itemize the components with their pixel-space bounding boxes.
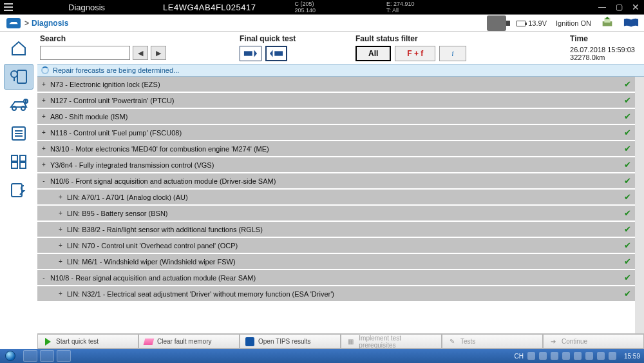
- expand-icon[interactable]: +: [40, 97, 48, 104]
- expand-icon[interactable]: +: [40, 145, 48, 152]
- crumb-sep: >: [24, 19, 29, 28]
- filter-bar: Search ◀ ▶ Final quick test Fault sta: [37, 32, 644, 64]
- status-ok-icon: ✔: [620, 224, 635, 234]
- tray-clock[interactable]: 15:59: [624, 353, 640, 360]
- crumb-diagnosis[interactable]: Diagnosis: [32, 19, 68, 28]
- status-ok-icon: ✔: [620, 112, 635, 121]
- search-input[interactable]: [40, 46, 130, 60]
- tray-icon[interactable]: [609, 352, 616, 360]
- expand-icon[interactable]: +: [40, 113, 48, 120]
- continue-button[interactable]: ➔Continue: [543, 334, 644, 349]
- expand-icon[interactable]: +: [40, 129, 48, 136]
- expand-icon[interactable]: +: [57, 210, 64, 217]
- expand-icon[interactable]: +: [57, 242, 64, 249]
- expand-icon[interactable]: +: [57, 258, 64, 265]
- breadcrumb: > Diagnosis 13.9V Ignition ON: [0, 15, 644, 32]
- taskbar-item[interactable]: [23, 350, 37, 362]
- expand-icon[interactable]: +: [40, 161, 48, 168]
- quick-test-in-button[interactable]: [240, 46, 261, 61]
- quick-test-out-button[interactable]: [265, 46, 287, 61]
- ecu-name: A80 - Shift module (ISM): [50, 113, 620, 121]
- search-prev-button[interactable]: ◀: [133, 46, 148, 60]
- close-icon[interactable]: ✕: [627, 0, 644, 14]
- battery-icon: [516, 21, 526, 26]
- maximize-icon[interactable]: ▢: [611, 0, 627, 14]
- series-info: C (205)205.140: [294, 1, 316, 14]
- windows-orb-icon: [5, 351, 15, 361]
- expand-icon[interactable]: +: [57, 290, 64, 297]
- status-ok-icon: ✔: [620, 95, 635, 105]
- ecu-row[interactable]: -N10/6 - Front signal acquisition and ac…: [37, 173, 635, 190]
- clear-fault-memory-button[interactable]: Clear fault memory: [138, 334, 240, 349]
- start-quick-test-button[interactable]: Start quick test: [37, 334, 138, 349]
- ecu-row[interactable]: +N127 - Control unit 'Powertrain' (PTCU)…: [37, 93, 635, 109]
- svg-rect-13: [12, 155, 17, 161]
- test-prerequisites-button[interactable]: ▦Implement test prerequisites: [341, 334, 442, 349]
- menu-icon[interactable]: [0, 3, 17, 11]
- nav-grid[interactable]: [4, 149, 33, 175]
- ecu-row[interactable]: +LIN: B95 - Battery sensor (BSN)✔: [37, 206, 635, 222]
- filter-i-button[interactable]: i: [439, 46, 466, 61]
- expand-icon[interactable]: -: [40, 177, 48, 184]
- ecu-row[interactable]: +Y3/8n4 - Fully integrated transmission …: [37, 157, 635, 173]
- status-ok-icon: ✔: [620, 128, 635, 137]
- start-button[interactable]: [0, 349, 21, 363]
- ecu-row[interactable]: +LIN: A70/1 - A70/1 (Analog clock) (AU)✔: [37, 190, 635, 206]
- odometer: 32278.0km: [570, 54, 635, 61]
- tray-icon[interactable]: [585, 352, 593, 360]
- print-icon[interactable]: [600, 16, 614, 31]
- ecu-list[interactable]: +N73 - Electronic ignition lock (EZS)✔+N…: [37, 77, 644, 333]
- status-ok-icon: ✔: [620, 79, 635, 89]
- ecu-name: LIN: B95 - Battery sensor (BSN): [67, 210, 620, 217]
- svg-rect-19: [274, 51, 283, 55]
- svg-rect-15: [12, 162, 17, 168]
- nav-tools[interactable]: [4, 177, 33, 203]
- extra-info: E: 274.910T: All: [386, 1, 415, 14]
- expand-icon[interactable]: -: [40, 274, 48, 281]
- ecu-row[interactable]: +LIN: N32/1 - Electrical seat adjustment…: [37, 286, 635, 302]
- tray-icon[interactable]: [539, 352, 547, 360]
- nav-vehicle[interactable]: !: [4, 92, 33, 118]
- ecu-row[interactable]: +N73 - Electronic ignition lock (EZS)✔: [37, 77, 635, 93]
- quick-test-label: Final quick test: [240, 34, 355, 43]
- ecu-name: N10/8 - Rear signal acquisition and actu…: [50, 274, 620, 282]
- timestamp: 26.07.2018 15:59:03: [570, 46, 635, 54]
- ecu-row[interactable]: +LIN: B38/2 - Rain/light sensor with add…: [37, 222, 635, 238]
- tests-button[interactable]: ✎Tests: [442, 334, 543, 349]
- ecu-row[interactable]: +LIN: M6/1 - Windshield wiper (Windshiel…: [37, 254, 635, 270]
- expand-icon[interactable]: +: [40, 81, 48, 88]
- os-taskbar: CH 15:59: [0, 349, 644, 363]
- filter-ff-button[interactable]: F + f: [395, 46, 435, 61]
- ecu-row[interactable]: +LIN: N70 - Control unit 'Overhead contr…: [37, 238, 635, 254]
- spinner-icon: [41, 66, 49, 74]
- tray-icon[interactable]: [551, 352, 558, 360]
- ecu-row[interactable]: +N118 - Control unit 'Fuel pump' (FSCU08…: [37, 125, 635, 141]
- ecu-name: LIN: N32/1 - Electrical seat adjustment …: [67, 290, 620, 298]
- search-label: Search: [40, 34, 240, 43]
- ecu-row[interactable]: +A80 - Shift module (ISM)✔: [37, 109, 635, 125]
- manual-icon[interactable]: [623, 17, 639, 30]
- expand-icon[interactable]: +: [57, 226, 64, 233]
- tray-icon[interactable]: [597, 352, 605, 360]
- tray-icon[interactable]: [574, 352, 582, 360]
- car-icon: [6, 18, 21, 28]
- ecu-icon: [487, 15, 506, 31]
- progress-banner: Repair forecasts are being determined...: [37, 64, 644, 77]
- nav-diagnosis[interactable]: [4, 64, 33, 90]
- ecu-row[interactable]: +N3/10 - Motor electronics 'MED40' for c…: [37, 141, 635, 157]
- nav-list[interactable]: [4, 121, 33, 146]
- ignition-status: Ignition ON: [556, 19, 591, 27]
- minimize-icon[interactable]: —: [594, 0, 611, 14]
- nav-home[interactable]: [4, 35, 33, 61]
- open-tips-button[interactable]: Open TIPS results: [240, 334, 341, 349]
- tray-lang[interactable]: CH: [515, 353, 524, 360]
- filter-all-button[interactable]: All: [355, 46, 391, 61]
- taskbar-item[interactable]: [40, 350, 54, 362]
- taskbar-item[interactable]: [57, 350, 71, 362]
- search-next-button[interactable]: ▶: [151, 46, 166, 60]
- tray-icon[interactable]: [527, 352, 535, 360]
- tray-icon[interactable]: [562, 352, 570, 360]
- ecu-row[interactable]: -N10/8 - Rear signal acquisition and act…: [37, 270, 635, 286]
- expand-icon[interactable]: +: [57, 193, 64, 201]
- svg-point-5: [12, 106, 16, 110]
